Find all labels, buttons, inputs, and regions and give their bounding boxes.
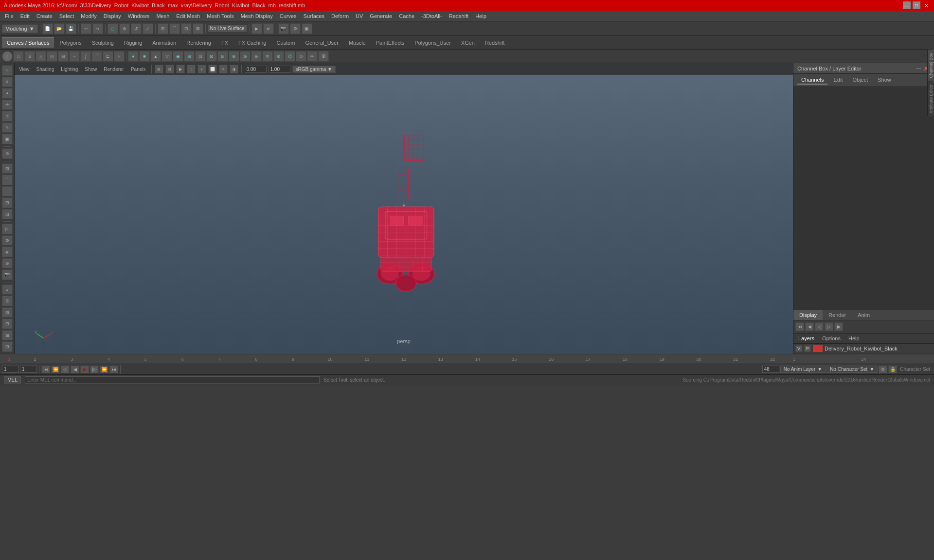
- cam-button[interactable]: 📷: [278, 23, 289, 34]
- new-file-button[interactable]: 📄: [42, 23, 53, 34]
- vp-field2[interactable]: [269, 66, 290, 73]
- vp-menu-shading[interactable]: Shading: [34, 66, 57, 72]
- dt-tab-anim[interactable]: Anim: [852, 310, 876, 320]
- poly-sphere-btn[interactable]: ●: [128, 51, 139, 62]
- vp-menu-lighting[interactable]: Lighting: [58, 66, 80, 72]
- tab-sculpting[interactable]: Sculpting: [87, 37, 119, 48]
- scale-tool-button[interactable]: ⤢: [143, 23, 153, 34]
- curve1-icon-btn[interactable]: ~: [69, 51, 80, 62]
- poly-cyl-btn[interactable]: ▲: [150, 51, 161, 62]
- target-weld-btn[interactable]: ⊙: [296, 51, 306, 62]
- poly-torus-btn[interactable]: ◉: [173, 51, 183, 62]
- go-to-start-button[interactable]: ⏮: [41, 366, 50, 373]
- ep-curve-btn[interactable]: ≈: [114, 51, 125, 62]
- tab-custom[interactable]: Custom: [272, 37, 300, 48]
- select-tool-icon[interactable]: ↖: [2, 65, 13, 76]
- smooth-btn[interactable]: ≋: [262, 51, 273, 62]
- vp-field1[interactable]: [245, 66, 267, 73]
- menu-edit[interactable]: Edit: [18, 12, 33, 20]
- menu-redshift[interactable]: Redshift: [446, 12, 471, 20]
- menu-generate[interactable]: Generate: [367, 12, 395, 20]
- snap-curve-icon[interactable]: ⌒: [2, 175, 13, 185]
- tab-paint-effects[interactable]: PaintEffects: [371, 37, 410, 48]
- close-button[interactable]: ✕: [922, 1, 930, 9]
- menu-select[interactable]: Select: [56, 12, 77, 20]
- prev-key-button[interactable]: ◁|: [61, 366, 70, 373]
- layer-color-swatch[interactable]: [813, 345, 823, 352]
- vp-shadow-icon[interactable]: ◑: [230, 65, 238, 73]
- camera-icon[interactable]: 📷: [2, 269, 13, 280]
- render-settings-icon[interactable]: ⚙: [2, 235, 13, 246]
- step-forward-button[interactable]: ⏩: [100, 366, 108, 373]
- snap-grid-button[interactable]: ⊞: [158, 23, 168, 34]
- plane-icon-btn[interactable]: ⊟: [58, 51, 69, 62]
- sculpt-tool-btn[interactable]: ⦿: [318, 51, 329, 62]
- undo-button[interactable]: ↩: [81, 23, 91, 34]
- sphere-icon-btn[interactable]: ○: [2, 51, 13, 62]
- lst-layers[interactable]: Layers: [795, 334, 817, 342]
- menu-edit-mesh[interactable]: Edit Mesh: [173, 12, 203, 20]
- tab-animation[interactable]: Animation: [147, 37, 181, 48]
- combine-btn[interactable]: ⊗: [240, 51, 251, 62]
- cb-tab-object[interactable]: Object: [848, 76, 872, 85]
- menu-cache[interactable]: Cache: [396, 12, 417, 20]
- gamma-dropdown[interactable]: sRGB gamma ▼: [292, 66, 336, 73]
- maximize-button[interactable]: □: [913, 1, 920, 9]
- nav-prev2-btn[interactable]: ◁: [815, 322, 824, 331]
- vp-menu-renderer[interactable]: Renderer: [101, 66, 126, 72]
- rotate-tool-icon[interactable]: ↺: [2, 111, 13, 122]
- display-options-button[interactable]: ⚙: [290, 23, 301, 34]
- redo-button[interactable]: ↪: [92, 23, 103, 34]
- misc2-icon[interactable]: ≣: [2, 296, 13, 306]
- ipr-button[interactable]: ⊳: [263, 23, 274, 34]
- render-region-icon[interactable]: ▷: [2, 224, 13, 234]
- misc5-icon[interactable]: ⊠: [2, 330, 13, 341]
- menu-surfaces[interactable]: Surfaces: [301, 12, 327, 20]
- tab-polygons[interactable]: Polygons: [54, 37, 86, 48]
- dt-tab-display[interactable]: Display: [793, 310, 823, 320]
- bridge-btn[interactable]: ⊟: [217, 51, 228, 62]
- menu-deform[interactable]: Deform: [328, 12, 352, 20]
- attr-editor-side-tab[interactable]: Channel Box: [928, 50, 934, 81]
- snap-curve-button[interactable]: ⌒: [169, 23, 180, 34]
- vp-light-icon[interactable]: ☀: [219, 65, 228, 73]
- menu-mesh[interactable]: Mesh: [153, 12, 172, 20]
- lasso-tool-icon[interactable]: ⌗: [2, 77, 13, 88]
- tab-xgen[interactable]: XGen: [456, 37, 480, 48]
- cb-tab-channels[interactable]: Channels: [797, 76, 827, 85]
- modeling-dropdown[interactable]: Modeling ▼: [2, 24, 38, 33]
- vp-smooth-icon[interactable]: ●: [198, 65, 206, 73]
- snap-grid-icon[interactable]: ⊞: [2, 163, 13, 174]
- nav-last-btn[interactable]: ▶: [834, 322, 843, 331]
- misc4-icon[interactable]: ⊟: [2, 318, 13, 329]
- crease-btn[interactable]: ⌬: [285, 51, 295, 62]
- nav-first-btn[interactable]: ⏮: [795, 322, 804, 331]
- scale-tool-icon[interactable]: ⤡: [2, 122, 13, 133]
- vp-cam-icon1[interactable]: ⊞: [155, 65, 163, 73]
- go-to-end-button[interactable]: ⏭: [109, 366, 118, 373]
- menu-3dtall[interactable]: -3DtoAll-: [418, 12, 445, 20]
- snap-view-button[interactable]: ⊠: [193, 23, 203, 34]
- tab-rendering[interactable]: Rendering: [181, 37, 216, 48]
- lst-options[interactable]: Options: [819, 334, 844, 342]
- nav-prev-btn[interactable]: ◀: [805, 322, 814, 331]
- menu-mesh-display[interactable]: Mesh Display: [238, 12, 276, 20]
- vp-menu-panels[interactable]: Panels: [128, 66, 148, 72]
- nurbs-icon-btn[interactable]: ⊏: [103, 51, 113, 62]
- vp-render-icon[interactable]: ▶: [176, 65, 185, 73]
- cylinder-icon-btn[interactable]: ⌀: [24, 51, 35, 62]
- cube-icon-btn[interactable]: □: [13, 51, 24, 62]
- snap-surface-icon[interactable]: ⊡: [2, 209, 13, 220]
- misc6-icon[interactable]: ⊡: [2, 341, 13, 352]
- snap-view-icon[interactable]: ⊟: [2, 197, 13, 208]
- snap-point-button[interactable]: ⊡: [181, 23, 192, 34]
- menu-create[interactable]: Create: [34, 12, 55, 20]
- menu-help[interactable]: Help: [472, 12, 489, 20]
- frame-select-icon[interactable]: ⊛: [2, 258, 13, 269]
- poly-plane-btn[interactable]: ⊞: [184, 51, 195, 62]
- save-file-button[interactable]: 💾: [66, 23, 76, 34]
- play-back-button[interactable]: ◀: [71, 366, 79, 373]
- tab-fx-caching[interactable]: FX Caching: [234, 37, 271, 48]
- cb-tab-show[interactable]: Show: [874, 76, 895, 85]
- move-tool-icon[interactable]: ✛: [2, 100, 13, 110]
